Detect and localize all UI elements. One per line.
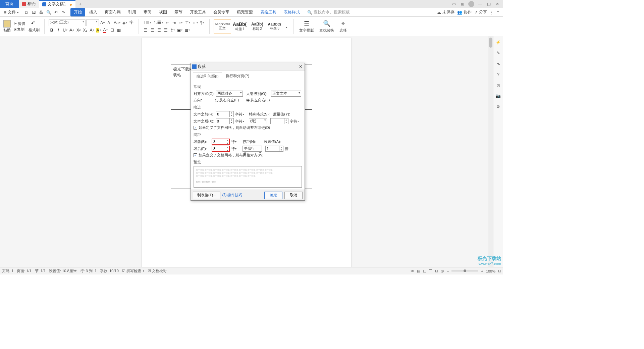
tab-indent-spacing[interactable]: 缩进和间距(I) <box>193 72 222 80</box>
direction-rtl-radio[interactable]: 从右向左(F) <box>215 98 239 103</box>
unit-line-dd[interactable]: 行 <box>231 139 236 144</box>
close-icon[interactable]: ✕ <box>494 1 500 7</box>
auto-adjust-indent-checkbox[interactable]: ✓如果定义了文档网格，则自动调整右缩进(D) <box>194 125 270 130</box>
bullets-button[interactable]: ⫶☰▾ <box>143 19 152 26</box>
tab-references[interactable]: 引用 <box>125 8 140 16</box>
more-menu-icon[interactable]: ⋮ <box>490 10 494 15</box>
phonetic-guide-icon[interactable]: 字 <box>128 19 135 26</box>
special-amount-spinner[interactable]: ▲▼ <box>270 118 288 124</box>
direction-ltr-radio[interactable]: 从左向右(L) <box>246 98 270 103</box>
status-proofread[interactable]: ☒文档校对 <box>148 268 167 273</box>
font-name-select[interactable]: 宋体 (正文) <box>49 19 86 26</box>
tabstop-button[interactable]: 制表位(T)... <box>193 192 220 199</box>
font-color-button[interactable]: A▾ <box>102 27 108 34</box>
paragraph-mark-button[interactable]: ¶▾ <box>199 19 205 26</box>
before-text-input[interactable] <box>216 111 229 117</box>
character-border-button[interactable]: ☐ <box>109 27 115 34</box>
tab-review[interactable]: 审阅 <box>140 8 155 16</box>
before-text-spinner[interactable]: ▲▼ <box>216 111 234 117</box>
spin-down-icon[interactable]: ▼ <box>230 121 233 124</box>
view-fullscreen-icon[interactable]: ⊡ <box>435 269 438 273</box>
font-size-select[interactable] <box>86 19 99 26</box>
tab-pagelayout[interactable]: 页面布局 <box>101 8 124 16</box>
text-effects-button[interactable]: A▾ <box>89 27 95 34</box>
unit-char-dd[interactable]: 字符 <box>235 112 244 117</box>
share-button[interactable]: ↗ 分享 <box>474 9 487 15</box>
tab-kdocs[interactable]: 稻壳 <box>19 0 39 8</box>
tab-view[interactable]: 视图 <box>156 8 170 16</box>
unit-char-dd[interactable]: 字符 <box>290 119 299 124</box>
focus-mode-icon[interactable]: ◎ <box>441 269 444 273</box>
clear-format-icon[interactable]: ◈▾ <box>122 19 128 26</box>
spin-down-icon[interactable]: ▼ <box>230 114 233 117</box>
apps-icon[interactable]: ⊞ <box>460 1 466 7</box>
gear-icon[interactable]: ⚙ <box>495 103 502 110</box>
unit-line-dd[interactable]: 行 <box>231 146 236 151</box>
tab-line-page-breaks[interactable]: 换行和分页(P) <box>222 72 253 80</box>
style-normal[interactable]: AaBbCcDd正文 <box>214 19 231 34</box>
dialog-close-button[interactable]: ✕ <box>298 64 303 69</box>
alignment-select[interactable]: 两端对齐 <box>216 91 243 97</box>
status-wordcount[interactable]: 字数: 10/10 <box>100 268 119 273</box>
change-case-icon[interactable]: Aa▾ <box>113 19 121 26</box>
strike-button[interactable]: A▾ <box>69 27 75 34</box>
spin-up-icon[interactable]: ▲ <box>284 118 288 121</box>
style-h1[interactable]: AaBb(标题 1 <box>231 19 249 34</box>
spin-down-icon[interactable]: ▼ <box>284 121 288 124</box>
after-text-spinner[interactable]: ▲▼ <box>216 118 234 124</box>
zoom-in-button[interactable]: + <box>481 269 483 273</box>
spin-up-icon[interactable]: ▲ <box>226 146 229 149</box>
spin-down-icon[interactable]: ▼ <box>226 149 229 152</box>
view-print-icon[interactable]: ▤ <box>417 269 420 273</box>
paste-button[interactable]: 粘贴 <box>3 19 11 33</box>
text-layout-button[interactable]: ☰ 文字排版 <box>298 19 315 34</box>
align-left-button[interactable]: ☰ <box>143 27 149 34</box>
style-more-button[interactable]: ⌄ <box>283 23 289 30</box>
tab-symbol-button[interactable]: ⊤▾ <box>184 19 191 26</box>
after-text-input[interactable] <box>216 118 229 124</box>
tab-insert[interactable]: 插入 <box>86 8 101 16</box>
decrease-indent-button[interactable]: ⇤ <box>164 19 170 26</box>
select-cursor-icon[interactable]: ⬉ <box>495 60 502 67</box>
collapse-ribbon-icon[interactable]: ⌃ <box>496 10 500 15</box>
tab-kdocs-res[interactable]: 稻壳资源 <box>233 8 256 16</box>
shading-button[interactable]: ▣▾ <box>176 27 183 34</box>
new-icon[interactable]: 🗋 <box>23 9 30 15</box>
vertical-scrollbar[interactable] <box>488 36 493 267</box>
print-icon[interactable]: 🖶 <box>38 9 44 15</box>
underline-button[interactable]: U▾ <box>62 27 68 34</box>
tab-member[interactable]: 会员专享 <box>210 8 233 16</box>
zoom-slider[interactable] <box>451 270 478 271</box>
align-dist-button[interactable]: ↔▾ <box>192 19 199 26</box>
pen-icon[interactable]: ✎ <box>495 50 502 56</box>
tab-document[interactable]: 文字文稿1 ● <box>39 0 75 8</box>
borders-button[interactable]: ▦▾ <box>184 27 191 34</box>
tab-sections[interactable]: 章节 <box>171 8 186 16</box>
after-para-input[interactable] <box>212 146 226 151</box>
view-web-icon[interactable]: ▢ <box>423 269 426 273</box>
tab-home[interactable]: 首页 <box>0 0 19 8</box>
status-page[interactable]: 页码: 1 <box>2 268 13 273</box>
special-format-select[interactable]: (无) <box>249 118 267 124</box>
ok-button[interactable]: 确定 <box>264 192 282 199</box>
style-h3[interactable]: AaBbC(标题 3 <box>266 19 283 34</box>
select-button[interactable]: ⌖ 选择 <box>338 19 348 34</box>
character-shading-button[interactable]: ▦ <box>116 27 122 34</box>
status-position[interactable]: 设置值: 10.8厘米 <box>49 268 77 273</box>
cooperation[interactable]: 👥 协作 <box>457 9 472 15</box>
superscript-button[interactable]: X² <box>75 27 82 34</box>
align-justify-button[interactable]: ☰ <box>163 27 169 34</box>
align-center-button[interactable]: ☰ <box>150 27 156 34</box>
spin-up-icon[interactable]: ▲ <box>230 118 233 121</box>
format-painter-button[interactable]: 🖌 格式刷 <box>28 19 40 33</box>
view-outline-icon[interactable]: ☰ <box>429 269 432 273</box>
status-section[interactable]: 节: 1/1 <box>35 268 46 273</box>
highlight-button[interactable]: A▾ <box>96 27 102 34</box>
zoom-out-button[interactable]: − <box>447 269 449 273</box>
italic-button[interactable]: I <box>55 27 61 34</box>
before-para-input[interactable] <box>212 139 226 144</box>
sort-button[interactable]: ↕▾ <box>178 19 184 26</box>
setvalue-input[interactable] <box>266 146 279 151</box>
tab-developer[interactable]: 开发工具 <box>186 8 209 16</box>
command-search[interactable]: 🔍 查找命令、搜索模板 <box>307 9 350 15</box>
